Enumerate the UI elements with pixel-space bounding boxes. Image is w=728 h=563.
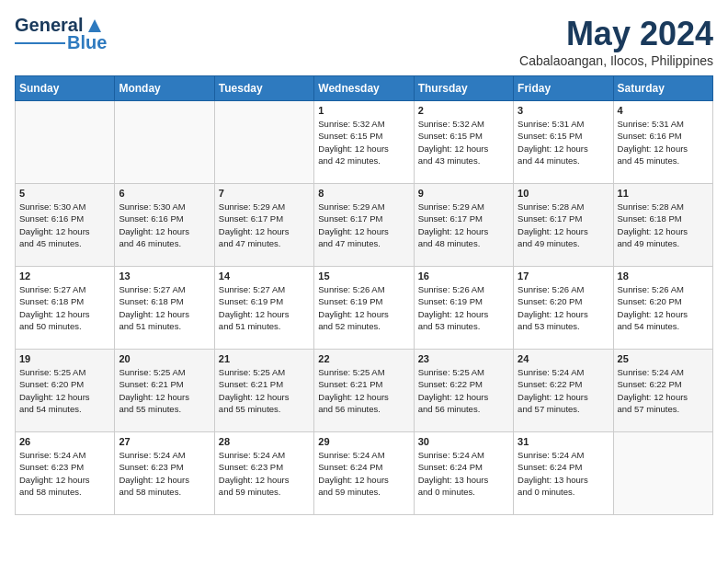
calendar-cell: 15Sunrise: 5:26 AM Sunset: 6:19 PM Dayli… xyxy=(314,267,414,350)
logo-blue: Blue xyxy=(67,32,107,53)
calendar-cell: 22Sunrise: 5:25 AM Sunset: 6:21 PM Dayli… xyxy=(314,350,414,432)
cell-info: Sunrise: 5:28 AM Sunset: 6:18 PM Dayligh… xyxy=(618,201,709,249)
day-number: 10 xyxy=(518,188,609,199)
cell-info: Sunrise: 5:24 AM Sunset: 6:24 PM Dayligh… xyxy=(418,449,509,498)
calendar-cell: 25Sunrise: 5:24 AM Sunset: 6:22 PM Dayli… xyxy=(613,350,712,432)
cell-info: Sunrise: 5:24 AM Sunset: 6:22 PM Dayligh… xyxy=(518,366,609,415)
cell-info: Sunrise: 5:25 AM Sunset: 6:20 PM Dayligh… xyxy=(19,366,110,415)
weekday-header: Monday xyxy=(115,76,214,101)
day-number: 15 xyxy=(318,270,409,282)
weekday-header: Sunday xyxy=(16,76,115,101)
calendar-cell: 16Sunrise: 5:26 AM Sunset: 6:19 PM Dayli… xyxy=(414,267,513,350)
cell-info: Sunrise: 5:24 AM Sunset: 6:22 PM Dayligh… xyxy=(618,366,709,415)
cell-info: Sunrise: 5:32 AM Sunset: 6:15 PM Dayligh… xyxy=(318,118,409,167)
weekday-header: Wednesday xyxy=(314,76,414,101)
logo-underline xyxy=(15,42,65,44)
calendar-table: SundayMondayTuesdayWednesdayThursdayFrid… xyxy=(15,75,713,515)
calendar-cell: 12Sunrise: 5:27 AM Sunset: 6:18 PM Dayli… xyxy=(16,267,115,350)
day-number: 30 xyxy=(418,436,509,447)
calendar-cell: 18Sunrise: 5:26 AM Sunset: 6:20 PM Dayli… xyxy=(613,267,712,350)
cell-info: Sunrise: 5:24 AM Sunset: 6:23 PM Dayligh… xyxy=(119,449,210,498)
day-number: 16 xyxy=(418,270,509,282)
cell-info: Sunrise: 5:29 AM Sunset: 6:17 PM Dayligh… xyxy=(318,201,409,249)
day-number: 14 xyxy=(219,270,310,282)
day-number: 13 xyxy=(119,270,210,282)
page-header: General Blue May 2024 Cabalaoangan, Iloc… xyxy=(15,15,713,68)
day-number: 18 xyxy=(618,270,709,282)
day-number: 31 xyxy=(518,436,609,447)
calendar-week-row: 19Sunrise: 5:25 AM Sunset: 6:20 PM Dayli… xyxy=(16,350,713,432)
calendar-cell: 27Sunrise: 5:24 AM Sunset: 6:23 PM Dayli… xyxy=(115,432,214,515)
cell-info: Sunrise: 5:29 AM Sunset: 6:17 PM Dayligh… xyxy=(418,201,509,249)
cell-info: Sunrise: 5:24 AM Sunset: 6:23 PM Dayligh… xyxy=(19,449,110,498)
cell-info: Sunrise: 5:26 AM Sunset: 6:19 PM Dayligh… xyxy=(318,283,409,332)
calendar-cell: 3Sunrise: 5:31 AM Sunset: 6:15 PM Daylig… xyxy=(514,101,613,184)
cell-info: Sunrise: 5:24 AM Sunset: 6:24 PM Dayligh… xyxy=(318,449,409,498)
calendar-cell: 23Sunrise: 5:25 AM Sunset: 6:22 PM Dayli… xyxy=(414,350,513,432)
calendar-cell: 4Sunrise: 5:31 AM Sunset: 6:16 PM Daylig… xyxy=(613,101,712,184)
calendar-week-row: 12Sunrise: 5:27 AM Sunset: 6:18 PM Dayli… xyxy=(16,267,713,350)
month-title: May 2024 xyxy=(519,15,713,53)
day-number: 23 xyxy=(418,353,509,364)
cell-info: Sunrise: 5:26 AM Sunset: 6:20 PM Dayligh… xyxy=(618,283,709,332)
cell-info: Sunrise: 5:25 AM Sunset: 6:21 PM Dayligh… xyxy=(219,366,310,415)
calendar-cell: 1Sunrise: 5:32 AM Sunset: 6:15 PM Daylig… xyxy=(314,101,414,184)
location: Cabalaoangan, Ilocos, Philippines xyxy=(519,53,713,68)
cell-info: Sunrise: 5:24 AM Sunset: 6:23 PM Dayligh… xyxy=(219,449,310,498)
day-number: 5 xyxy=(19,188,110,199)
weekday-header: Friday xyxy=(514,76,613,101)
cell-info: Sunrise: 5:26 AM Sunset: 6:19 PM Dayligh… xyxy=(418,283,509,332)
cell-info: Sunrise: 5:27 AM Sunset: 6:19 PM Dayligh… xyxy=(219,283,310,332)
calendar-cell xyxy=(613,432,712,515)
cell-info: Sunrise: 5:25 AM Sunset: 6:21 PM Dayligh… xyxy=(119,366,210,415)
day-number: 24 xyxy=(518,353,609,364)
day-number: 19 xyxy=(19,353,110,364)
cell-info: Sunrise: 5:30 AM Sunset: 6:16 PM Dayligh… xyxy=(119,201,210,249)
cell-info: Sunrise: 5:28 AM Sunset: 6:17 PM Dayligh… xyxy=(518,201,609,249)
calendar-cell: 14Sunrise: 5:27 AM Sunset: 6:19 PM Dayli… xyxy=(214,267,313,350)
day-number: 4 xyxy=(618,105,709,116)
day-number: 17 xyxy=(518,270,609,282)
cell-info: Sunrise: 5:29 AM Sunset: 6:17 PM Dayligh… xyxy=(219,201,310,249)
cell-info: Sunrise: 5:30 AM Sunset: 6:16 PM Dayligh… xyxy=(19,201,110,249)
day-number: 20 xyxy=(119,353,210,364)
calendar-cell: 6Sunrise: 5:30 AM Sunset: 6:16 PM Daylig… xyxy=(115,184,214,267)
calendar-week-row: 5Sunrise: 5:30 AM Sunset: 6:16 PM Daylig… xyxy=(16,184,713,267)
cell-info: Sunrise: 5:25 AM Sunset: 6:21 PM Dayligh… xyxy=(318,366,409,415)
calendar-cell: 24Sunrise: 5:24 AM Sunset: 6:22 PM Dayli… xyxy=(514,350,613,432)
cell-info: Sunrise: 5:31 AM Sunset: 6:16 PM Dayligh… xyxy=(618,118,709,167)
svg-marker-0 xyxy=(88,19,101,32)
day-number: 8 xyxy=(318,188,409,199)
calendar-cell: 28Sunrise: 5:24 AM Sunset: 6:23 PM Dayli… xyxy=(214,432,313,515)
calendar-cell: 7Sunrise: 5:29 AM Sunset: 6:17 PM Daylig… xyxy=(214,184,313,267)
calendar-cell: 8Sunrise: 5:29 AM Sunset: 6:17 PM Daylig… xyxy=(314,184,414,267)
day-number: 1 xyxy=(318,105,409,116)
calendar-cell: 2Sunrise: 5:32 AM Sunset: 6:15 PM Daylig… xyxy=(414,101,513,184)
calendar-cell xyxy=(115,101,214,184)
day-number: 26 xyxy=(19,436,110,447)
calendar-cell: 10Sunrise: 5:28 AM Sunset: 6:17 PM Dayli… xyxy=(514,184,613,267)
weekday-header: Tuesday xyxy=(214,76,313,101)
calendar-cell: 9Sunrise: 5:29 AM Sunset: 6:17 PM Daylig… xyxy=(414,184,513,267)
day-number: 27 xyxy=(119,436,210,447)
calendar-cell: 17Sunrise: 5:26 AM Sunset: 6:20 PM Dayli… xyxy=(514,267,613,350)
calendar-cell: 26Sunrise: 5:24 AM Sunset: 6:23 PM Dayli… xyxy=(16,432,115,515)
cell-info: Sunrise: 5:32 AM Sunset: 6:15 PM Dayligh… xyxy=(418,118,509,167)
calendar-cell: 5Sunrise: 5:30 AM Sunset: 6:16 PM Daylig… xyxy=(16,184,115,267)
weekday-header: Thursday xyxy=(414,76,513,101)
day-number: 3 xyxy=(518,105,609,116)
title-block: May 2024 Cabalaoangan, Ilocos, Philippin… xyxy=(519,15,713,68)
weekday-header-row: SundayMondayTuesdayWednesdayThursdayFrid… xyxy=(16,76,713,101)
calendar-cell xyxy=(16,101,115,184)
day-number: 7 xyxy=(219,188,310,199)
cell-info: Sunrise: 5:27 AM Sunset: 6:18 PM Dayligh… xyxy=(119,283,210,332)
calendar-cell: 29Sunrise: 5:24 AM Sunset: 6:24 PM Dayli… xyxy=(314,432,414,515)
calendar-cell: 20Sunrise: 5:25 AM Sunset: 6:21 PM Dayli… xyxy=(115,350,214,432)
day-number: 21 xyxy=(219,353,310,364)
calendar-cell: 30Sunrise: 5:24 AM Sunset: 6:24 PM Dayli… xyxy=(414,432,513,515)
day-number: 29 xyxy=(318,436,409,447)
day-number: 28 xyxy=(219,436,310,447)
cell-info: Sunrise: 5:25 AM Sunset: 6:22 PM Dayligh… xyxy=(418,366,509,415)
calendar-cell xyxy=(214,101,313,184)
cell-info: Sunrise: 5:31 AM Sunset: 6:15 PM Dayligh… xyxy=(518,118,609,167)
